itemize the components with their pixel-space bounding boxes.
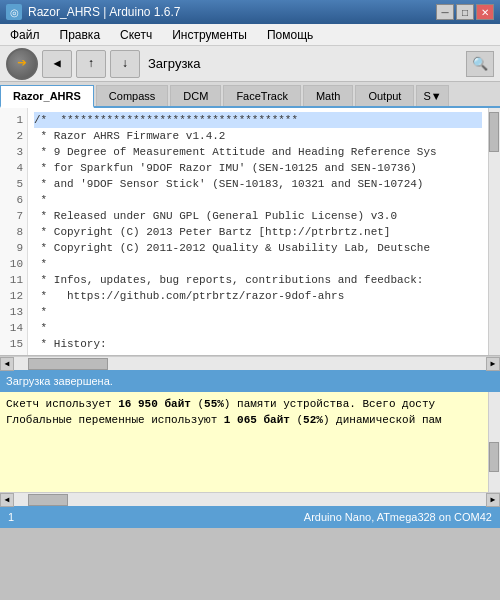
console-scroll-left[interactable]: ◀	[0, 493, 14, 507]
up-button[interactable]: ↑	[76, 50, 106, 78]
console-scrollbar[interactable]	[488, 392, 500, 492]
horizontal-scrollbar[interactable]: ◀ ▶	[0, 356, 500, 370]
toolbar-label: Загрузка	[148, 56, 201, 71]
status-message: Загрузка завершена.	[6, 375, 113, 387]
upload-arrow-icon: ➔	[17, 56, 27, 72]
console-h-thumb[interactable]	[28, 494, 68, 506]
maximize-button[interactable]: □	[456, 4, 474, 20]
scroll-left-button[interactable]: ◀	[0, 357, 14, 371]
scrollbar-thumb[interactable]	[489, 112, 499, 152]
menu-edit[interactable]: Правка	[54, 27, 107, 43]
console-line: Скетч использует 16 950 байт (55%) памят…	[6, 396, 482, 412]
toolbar: ➔ ◀ ↑ ↓ Загрузка 🔍	[0, 46, 500, 82]
code-line-5: * and '9DOF Sensor Stick' (SEN-10183, 10…	[34, 176, 482, 192]
code-editor[interactable]: 1234567891011121314151617 /* ***********…	[0, 108, 500, 356]
close-button[interactable]: ✕	[476, 4, 494, 20]
h-scroll-thumb[interactable]	[28, 358, 108, 370]
h-scroll-track[interactable]	[28, 358, 472, 370]
upload-button[interactable]: ➔	[6, 48, 38, 80]
console-h-track[interactable]	[28, 494, 472, 506]
bottom-status-bar: 1 Arduino Nano, ATmega328 on COM42	[0, 506, 500, 528]
title-bar: ◎ Razor_AHRS | Arduino 1.6.7 ─ □ ✕	[0, 0, 500, 24]
app-icon: ◎	[6, 4, 22, 20]
code-line-15: * History:	[34, 336, 482, 352]
code-line-11: * Infos, updates, bug reports, contribut…	[34, 272, 482, 288]
code-line-13: *	[34, 304, 482, 320]
status-bar: Загрузка завершена.	[0, 370, 500, 392]
console-scrollbar-thumb[interactable]	[489, 442, 499, 472]
menu-help[interactable]: Помощь	[261, 27, 319, 43]
menu-tools[interactable]: Инструменты	[166, 27, 253, 43]
menu-bar: Файл Правка Скетч Инструменты Помощь	[0, 24, 500, 46]
tab-razor-ahrs[interactable]: Razor_AHRS	[0, 85, 94, 108]
code-line-7: * Released under GNU GPL (General Public…	[34, 208, 482, 224]
code-line-14: *	[34, 320, 482, 336]
code-line-9: * Copyright (C) 2011-2012 Quality & Usab…	[34, 240, 482, 256]
console-h-scrollbar[interactable]: ◀ ▶	[0, 492, 500, 506]
cursor-position: 1	[8, 511, 14, 523]
scroll-right-button[interactable]: ▶	[486, 357, 500, 371]
back-button[interactable]: ◀	[42, 50, 72, 78]
down-button[interactable]: ↓	[110, 50, 140, 78]
window-controls: ─ □ ✕	[436, 4, 494, 20]
code-line-3: * 9 Degree of Measurement Attitude and H…	[34, 144, 482, 160]
console-scroll-right[interactable]: ▶	[486, 493, 500, 507]
menu-file[interactable]: Файл	[4, 27, 46, 43]
tab-output[interactable]: Output	[355, 85, 414, 106]
code-line-4: * for Sparkfun '9DOF Razor IMU' (SEN-101…	[34, 160, 482, 176]
code-line-6: *	[34, 192, 482, 208]
tab-compass[interactable]: Compass	[96, 85, 168, 106]
window-title: Razor_AHRS | Arduino 1.6.7	[28, 5, 181, 19]
code-line-1: /* ************************************	[34, 112, 482, 128]
tab-bar: Razor_AHRS Compass DCM FaceTrack Math Ou…	[0, 82, 500, 108]
code-line-8: * Copyright (C) 2013 Peter Bartz [http:/…	[34, 224, 482, 240]
code-line-12: * https://github.com/ptrbrtz/razor-9dof-…	[34, 288, 482, 304]
tab-math[interactable]: Math	[303, 85, 353, 106]
tab-more[interactable]: S▼	[416, 85, 448, 106]
tab-facetrack[interactable]: FaceTrack	[223, 85, 301, 106]
console-area: Скетч использует 16 950 байт (55%) памят…	[0, 392, 500, 492]
minimize-button[interactable]: ─	[436, 4, 454, 20]
vertical-scrollbar[interactable]	[488, 108, 500, 355]
menu-sketch[interactable]: Скетч	[114, 27, 158, 43]
console-line: Глобальные переменные используют 1 065 б…	[6, 412, 482, 428]
code-line-10: *	[34, 256, 482, 272]
code-line-2: * Razor AHRS Firmware v1.4.2	[34, 128, 482, 144]
search-button[interactable]: 🔍	[466, 51, 494, 77]
title-bar-left: ◎ Razor_AHRS | Arduino 1.6.7	[6, 4, 181, 20]
code-line-16: * * Original code (http://code.google.co…	[34, 352, 482, 355]
board-info: Arduino Nano, ATmega328 on COM42	[304, 511, 492, 523]
line-numbers: 1234567891011121314151617	[0, 108, 28, 355]
tab-dcm[interactable]: DCM	[170, 85, 221, 106]
console-text: Скетч использует 16 950 байт (55%) памят…	[0, 392, 500, 492]
code-text[interactable]: /* ************************************ …	[28, 108, 488, 355]
